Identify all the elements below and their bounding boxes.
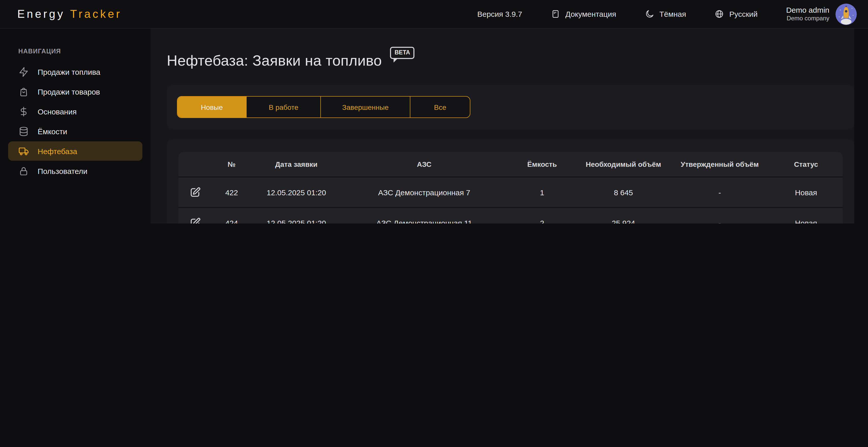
column-header: Ёмкость xyxy=(507,152,577,176)
sidebar-item-label: Продажи топлива xyxy=(38,67,100,76)
table-row[interactable]: 424 12.05.2025 01:20 АЗС Демонстрационна… xyxy=(179,207,843,224)
dollar-icon xyxy=(18,106,29,117)
tab-new[interactable]: Новые xyxy=(178,97,246,117)
logo-word-accent: Tracker xyxy=(70,7,122,20)
sidebar-item-tanks[interactable]: Ёмкости xyxy=(8,122,143,141)
tab-completed[interactable]: Завершенные xyxy=(320,97,410,117)
cell-date: 12.05.2025 01:20 xyxy=(251,207,341,224)
page-title: Нефтебаза: Заявки на топливо xyxy=(167,49,382,72)
book-icon xyxy=(551,9,560,19)
topbar: Energy Tracker Версия 3.9.7 Документация… xyxy=(0,0,868,28)
sidebar-item-users[interactable]: Пользователи xyxy=(8,161,143,181)
cell-approved-volume: - xyxy=(670,176,770,207)
cell-status: Новая xyxy=(770,176,843,207)
column-header: № xyxy=(212,152,252,176)
cell-status: Новая xyxy=(770,207,843,224)
requests-table: №Дата заявкиАЗСЁмкостьНеобходимый объёмУ… xyxy=(179,152,843,224)
column-header: Дата заявки xyxy=(251,152,341,176)
version-label: Версия 3.9.7 xyxy=(477,10,522,18)
logo-word-primary: Energy xyxy=(17,7,65,20)
edit-request-button[interactable] xyxy=(189,217,201,224)
table-header-row: №Дата заявкиАЗСЁмкостьНеобходимый объёмУ… xyxy=(179,152,843,176)
language-switcher[interactable]: Русский xyxy=(715,9,758,19)
cell-station: АЗС Демонстрационная 11 xyxy=(341,207,507,224)
column-header: АЗС xyxy=(341,152,507,176)
beta-badge: BETA xyxy=(390,47,415,59)
cell-station: АЗС Демонстрационная 7 xyxy=(341,176,507,207)
sidebar-item-fuel-sales[interactable]: Продажи топлива xyxy=(8,62,143,81)
title-row: Нефтебаза: Заявки на топливо BETA xyxy=(167,49,854,72)
tab-all[interactable]: Все xyxy=(410,97,470,117)
database-icon xyxy=(18,126,29,137)
cell-required-volume: 8 645 xyxy=(577,176,670,207)
sidebar: НАВИГАЦИЯ Продажи топлива Продажи товаро… xyxy=(0,28,151,224)
table-head: №Дата заявкиАЗСЁмкостьНеобходимый объёмУ… xyxy=(179,152,843,176)
sidebar-item-label: Продажи товаров xyxy=(38,87,100,96)
sidebar-item-label: Основания xyxy=(38,107,76,116)
edit-request-button[interactable] xyxy=(189,186,201,198)
language-label: Русский xyxy=(730,10,758,18)
theme-toggle[interactable]: Тёмная xyxy=(645,9,686,19)
avatar[interactable] xyxy=(835,3,857,25)
sidebar-item-label: Пользователи xyxy=(38,167,88,175)
docs-label: Документация xyxy=(565,10,616,18)
cell-tank: 2 xyxy=(507,207,577,224)
cell-approved-volume: - xyxy=(670,207,770,224)
topbar-right: Версия 3.9.7 Документация Тёмная Русский xyxy=(477,3,857,25)
sidebar-item-label: Ёмкости xyxy=(38,127,67,136)
edit-icon xyxy=(189,186,201,198)
sidebar-nav: Продажи топлива Продажи товаров Основани… xyxy=(0,62,151,181)
user-meta: Demo admin Demo company xyxy=(786,5,829,23)
column-header: Утвержденный объём xyxy=(670,152,770,176)
column-header: Необходимый объём xyxy=(577,152,670,176)
cell-date: 12.05.2025 01:20 xyxy=(251,176,341,207)
sidebar-item-goods-sales[interactable]: Продажи товаров xyxy=(8,82,143,101)
column-header xyxy=(179,152,212,176)
sidebar-item-oil-depot[interactable]: Нефтебаза xyxy=(8,141,143,161)
cell-tank: 1 xyxy=(507,176,577,207)
user-company: Demo company xyxy=(786,15,829,23)
docs-link[interactable]: Документация xyxy=(551,9,616,19)
sidebar-item-grounds[interactable]: Основания xyxy=(8,102,143,121)
status-tab-group: Новые В работе Завершенные Все xyxy=(177,96,470,118)
user-name: Demo admin xyxy=(786,5,829,15)
sidebar-item-label: Нефтебаза xyxy=(38,147,77,155)
lightning-icon xyxy=(18,66,29,77)
table-row[interactable]: 422 12.05.2025 01:20 АЗС Демонстрационна… xyxy=(179,176,843,207)
cell-required-volume: 25 924 xyxy=(577,207,670,224)
lock-icon xyxy=(18,166,29,176)
table-body: 422 12.05.2025 01:20 АЗС Демонстрационна… xyxy=(179,176,843,224)
user-menu[interactable]: Demo admin Demo company xyxy=(786,3,857,25)
main-content: Нефтебаза: Заявки на топливо BETA Новые … xyxy=(151,28,868,224)
truck-icon xyxy=(18,146,29,156)
cell-num: 422 xyxy=(212,176,252,207)
app-logo[interactable]: Energy Tracker xyxy=(17,7,122,21)
cell-num: 424 xyxy=(212,207,252,224)
bag-icon xyxy=(18,86,29,97)
globe-icon xyxy=(715,9,724,19)
moon-icon xyxy=(645,9,654,19)
requests-table-wrap: №Дата заявкиАЗСЁмкостьНеобходимый объёмУ… xyxy=(179,152,843,224)
tab-in-progress[interactable]: В работе xyxy=(246,97,320,117)
scrollbar-gutter[interactable] xyxy=(854,28,868,224)
column-header: Статус xyxy=(770,152,843,176)
edit-icon xyxy=(189,217,201,224)
requests-table-card: №Дата заявкиАЗСЁмкостьНеобходимый объёмУ… xyxy=(167,139,854,224)
app-window: Energy Tracker Версия 3.9.7 Документация… xyxy=(0,0,868,224)
theme-label: Тёмная xyxy=(659,10,686,18)
tabs-card: Новые В работе Завершенные Все xyxy=(167,85,854,129)
nav-section-label: НАВИГАЦИЯ xyxy=(18,48,151,55)
